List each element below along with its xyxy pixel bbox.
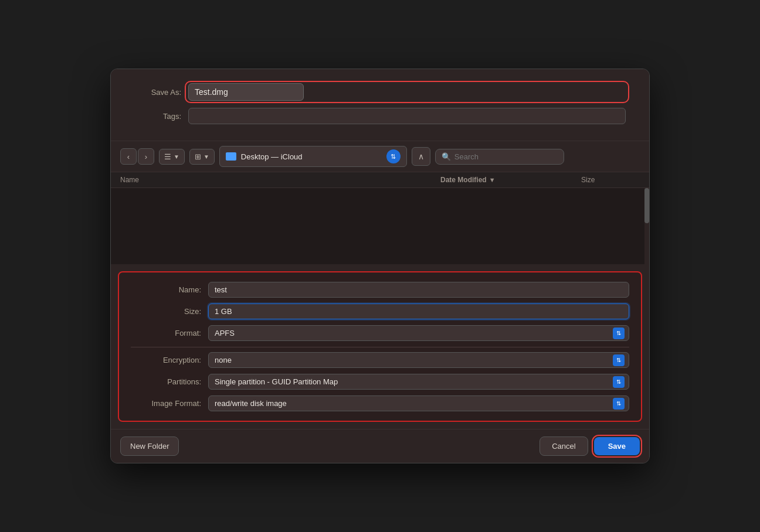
desktop-icon <box>226 152 236 161</box>
encryption-row: Encryption: none 128-bit AES 256-bit AES… <box>131 352 629 368</box>
grid-view-icon: ⊞ <box>195 152 201 161</box>
image-format-select[interactable]: read/write disk image DVD/CD master spar… <box>208 395 629 411</box>
save-as-input[interactable] <box>188 83 304 101</box>
col-size-header: Size <box>581 176 640 184</box>
toolbar: ‹ › ☰ ▼ ⊞ ▼ Desktop — iCloud ⇅ ∧ 🔍 <box>111 141 649 172</box>
new-folder-button[interactable]: New Folder <box>120 436 179 456</box>
tags-row: Tags: <box>134 108 626 124</box>
search-box: 🔍 <box>435 149 564 165</box>
partitions-label: Partitions: <box>131 377 201 386</box>
save-button-wrapper: Save <box>594 437 640 455</box>
save-button[interactable]: Save <box>594 437 640 455</box>
name-row: Name: <box>131 282 629 298</box>
name-input[interactable] <box>208 282 629 298</box>
top-section: Save As: Tags: <box>111 69 649 141</box>
search-input[interactable] <box>454 152 558 161</box>
footer-right: Cancel Save <box>540 436 640 456</box>
list-view-icon: ☰ <box>164 152 171 161</box>
save-as-label: Save As: <box>134 88 181 97</box>
grid-view-button[interactable]: ⊞ ▼ <box>189 149 215 165</box>
file-list-header: Name Date Modified ▼ Size <box>111 172 649 188</box>
encryption-label: Encryption: <box>131 356 201 364</box>
separator <box>131 347 629 347</box>
expand-icon: ∧ <box>418 152 424 161</box>
save-as-wrapper <box>188 83 626 101</box>
location-label: Desktop — iCloud <box>241 152 303 161</box>
scrollbar-track[interactable] <box>644 188 649 264</box>
col-name-header: Name <box>120 176 440 184</box>
partitions-select-wrapper: Single partition - GUID Partition Map Si… <box>208 374 629 390</box>
save-dialog: Save As: Tags: ‹ › ☰ ▼ ⊞ ▼ <box>110 69 650 463</box>
search-icon: 🔍 <box>442 152 451 161</box>
cancel-button[interactable]: Cancel <box>540 436 588 456</box>
location-arrows: ⇅ <box>386 149 401 163</box>
tags-input[interactable] <box>188 108 626 124</box>
back-button[interactable]: ‹ <box>120 148 137 165</box>
footer: New Folder Cancel Save <box>111 429 649 463</box>
encryption-select-wrapper: none 128-bit AES 256-bit AES ⇅ <box>208 352 629 368</box>
size-input[interactable] <box>208 303 629 319</box>
encryption-select[interactable]: none 128-bit AES 256-bit AES <box>208 352 629 368</box>
col-date-header: Date Modified ▼ <box>440 176 581 184</box>
sort-chevron: ▼ <box>489 176 496 183</box>
grid-view-chevron: ▼ <box>203 154 209 160</box>
list-view-chevron: ▼ <box>174 154 179 160</box>
format-row: Format: APFS Mac OS Extended (Journaled)… <box>131 325 629 341</box>
list-view-button[interactable]: ☰ ▼ <box>159 149 185 165</box>
partitions-select[interactable]: Single partition - GUID Partition Map Si… <box>208 374 629 390</box>
nav-group: ‹ › <box>120 148 154 165</box>
format-select[interactable]: APFS Mac OS Extended (Journaled) ExFAT F… <box>208 325 629 341</box>
tags-label: Tags: <box>134 112 181 121</box>
image-format-select-wrapper: read/write disk image DVD/CD master spar… <box>208 395 629 411</box>
format-label: Format: <box>131 329 201 337</box>
file-list-body <box>111 188 649 264</box>
forward-icon: › <box>145 152 147 161</box>
forward-button[interactable]: › <box>138 148 154 165</box>
size-row: Size: <box>131 303 629 319</box>
size-label: Size: <box>131 307 201 316</box>
partitions-row: Partitions: Single partition - GUID Part… <box>131 374 629 390</box>
format-select-wrapper: APFS Mac OS Extended (Journaled) ExFAT F… <box>208 325 629 341</box>
image-format-label: Image Format: <box>131 399 201 408</box>
save-as-row: Save As: <box>134 83 626 101</box>
image-format-row: Image Format: read/write disk image DVD/… <box>131 395 629 411</box>
details-section: Name: Size: Format: APFS Mac OS Extended… <box>118 271 642 422</box>
name-label: Name: <box>131 285 201 294</box>
expand-button[interactable]: ∧ <box>412 147 430 166</box>
scrollbar-thumb[interactable] <box>644 188 649 223</box>
back-icon: ‹ <box>127 152 130 161</box>
location-button[interactable]: Desktop — iCloud ⇅ <box>219 146 407 167</box>
